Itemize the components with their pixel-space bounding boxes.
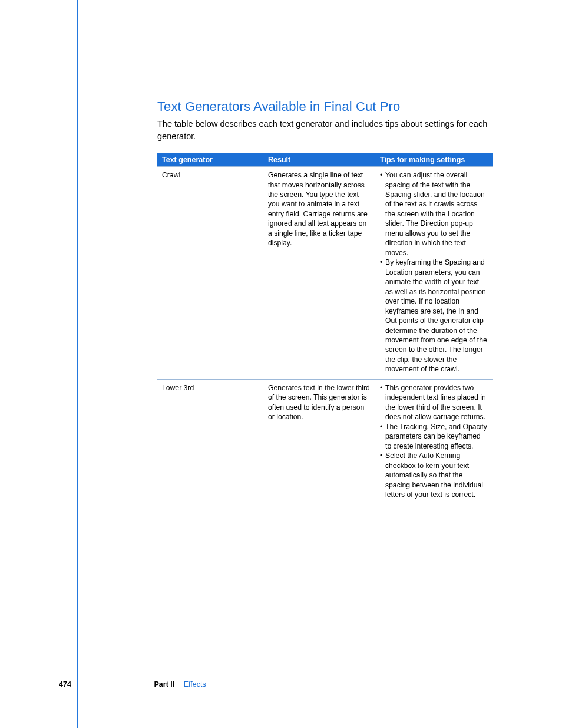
cell-result: Generates a single line of text that mov… — [263, 167, 375, 380]
page: Text Generators Available in Final Cut P… — [0, 0, 562, 728]
cell-tips: You can adjust the overall spacing of th… — [375, 167, 493, 380]
cell-tips: This generator provides two independent … — [375, 379, 493, 505]
content-area: Text Generators Available in Final Cut P… — [157, 99, 493, 505]
tip-item: The Tracking, Size, and Opacity paramete… — [380, 422, 488, 451]
table-row: Lower 3rd Generates text in the lower th… — [157, 379, 493, 505]
margin-rule — [77, 0, 78, 728]
table-row: Crawl Generates a single line of text th… — [157, 167, 493, 380]
cell-result: Generates text in the lower third of the… — [263, 379, 375, 505]
generators-table: Text generator Result Tips for making se… — [157, 153, 493, 505]
intro-paragraph: The table below describes each text gene… — [157, 118, 493, 143]
tip-item: This generator provides two independent … — [380, 383, 488, 422]
tips-list: You can adjust the overall spacing of th… — [380, 170, 488, 374]
chapter-name: Effects — [184, 680, 206, 689]
tips-list: This generator provides two independent … — [380, 383, 488, 500]
part-label: Part II — [154, 680, 174, 689]
cell-generator: Crawl — [157, 167, 263, 380]
header-result: Result — [263, 153, 375, 167]
table-header-row: Text generator Result Tips for making se… — [157, 153, 493, 167]
tip-item: Select the Auto Kerning checkbox to kern… — [380, 451, 488, 499]
section-heading: Text Generators Available in Final Cut P… — [157, 99, 493, 114]
header-generator: Text generator — [157, 153, 263, 167]
tip-item: You can adjust the overall spacing of th… — [380, 170, 488, 258]
page-footer: 474 Part II Effects — [59, 680, 495, 689]
tip-item: By keyframing the Spacing and Location p… — [380, 258, 488, 374]
page-number: 474 — [59, 680, 152, 689]
cell-generator: Lower 3rd — [157, 379, 263, 505]
header-tips: Tips for making settings — [375, 153, 493, 167]
